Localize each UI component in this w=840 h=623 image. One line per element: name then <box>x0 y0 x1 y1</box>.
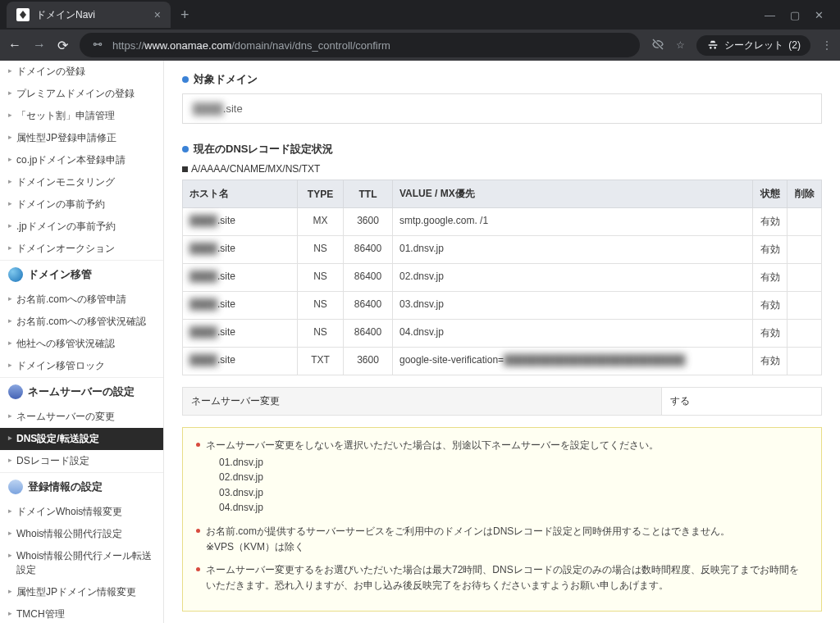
sidebar-item[interactable]: 「セット割」申請管理 <box>0 105 163 127</box>
globe-icon <box>8 267 23 282</box>
tab-title: ドメインNavi <box>36 8 95 22</box>
col-delete: 削除 <box>788 180 822 208</box>
eye-off-icon[interactable] <box>651 38 664 53</box>
tab-bar: ドメインNavi × + — ▢ ✕ <box>0 0 840 30</box>
tab-close-icon[interactable]: × <box>154 8 161 21</box>
note-icon <box>8 480 23 494</box>
notice-item: ネームサーバー変更をしないを選択いただいた場合は、別途以下ネームサーバーを設定し… <box>196 438 808 516</box>
notice-box: ネームサーバー変更をしないを選択いただいた場合は、別途以下ネームサーバーを設定し… <box>182 427 822 612</box>
sidebar-item[interactable]: TMCH管理 <box>0 603 163 623</box>
browser-tab[interactable]: ドメインNavi × <box>7 2 171 28</box>
sidebar-heading-nameserver: ネームサーバーの設定 <box>0 377 163 406</box>
url-text: https://www.onamae.com/domain/navi/dns_c… <box>112 39 390 52</box>
col-host: ホスト名 <box>183 180 298 208</box>
site-favicon <box>16 8 30 21</box>
window-controls: — ▢ ✕ <box>765 9 833 21</box>
target-domain-title: 対象ドメイン <box>182 72 822 87</box>
sidebar-item[interactable]: 属性型JPドメイン情報変更 <box>0 581 163 603</box>
sidebar-item[interactable]: お名前.comへの移管申請 <box>0 289 163 311</box>
dns-records-table: ホスト名 TYPE TTL VALUE / MX優先 状態 削除 ████.si… <box>182 180 822 375</box>
sidebar-item[interactable]: Whois情報公開代行メール転送設定 <box>0 545 163 581</box>
nameserver-change-row: ネームサーバー変更 する <box>182 387 822 416</box>
col-status: 状態 <box>753 180 788 208</box>
bookmark-star-icon[interactable]: ☆ <box>676 39 685 51</box>
ns-change-label: ネームサーバー変更 <box>183 388 662 415</box>
col-ttl: TTL <box>344 180 393 208</box>
notice-item: ネームサーバー変更するをお選びいただいた場合は最大72時間、DNSレコードの設定… <box>196 562 808 593</box>
browser-toolbar: ← → ⟳ https://www.onamae.com/domain/navi… <box>0 30 840 61</box>
reload-button[interactable]: ⟳ <box>57 38 68 53</box>
col-type: TYPE <box>298 180 344 208</box>
table-row: ████.siteNS8640004.dnsv.jp有効 <box>183 320 822 348</box>
sidebar-item[interactable]: ドメインオークション <box>0 238 163 260</box>
sidebar-item[interactable]: Whois情報公開代行設定 <box>0 523 163 545</box>
incognito-badge[interactable]: シークレット (2) <box>696 35 810 56</box>
sidebar-item[interactable]: .jpドメインの事前予約 <box>0 216 163 238</box>
dns-current-title: 現在のDNSレコード設定状況 <box>182 142 822 157</box>
sidebar-heading-transfer: ドメイン移管 <box>0 260 163 289</box>
maximize-icon[interactable]: ▢ <box>790 9 800 21</box>
table-row: ████.siteNS8640003.dnsv.jp有効 <box>183 292 822 320</box>
sidebar-item[interactable]: ドメインモニタリング <box>0 171 163 193</box>
ns-server-entry: 01.dnsv.jp <box>219 455 808 471</box>
close-window-icon[interactable]: ✕ <box>815 9 824 21</box>
sidebar-item[interactable]: ドメインの登録 <box>0 61 163 83</box>
gear-icon <box>8 384 23 399</box>
sidebar-item[interactable]: DSレコード設定 <box>0 450 163 472</box>
address-bar[interactable]: https://www.onamae.com/domain/navi/dns_c… <box>80 33 640 57</box>
ns-server-entry: 02.dnsv.jp <box>219 470 808 485</box>
table-row: ████.siteNS8640001.dnsv.jp有効 <box>183 236 822 264</box>
back-button[interactable]: ← <box>8 38 21 52</box>
target-domain-box: ████.site <box>182 93 822 124</box>
browser-menu-icon[interactable]: ⋮ <box>822 39 832 51</box>
sidebar: ドメインの登録プレミアムドメインの登録「セット割」申請管理属性型JP登録申請修正… <box>0 61 164 623</box>
sidebar-heading-registration: 登録情報の設定 <box>0 472 163 501</box>
sidebar-item[interactable]: 属性型JP登録申請修正 <box>0 127 163 149</box>
record-types-label: A/AAAA/CNAME/MX/NS/TXT <box>182 163 822 175</box>
sidebar-item[interactable]: ネームサーバーの変更 <box>0 406 163 428</box>
minimize-icon[interactable]: — <box>765 9 775 21</box>
notice-item: お名前.comが提供するサーバーサービスをご利用中のドメインはDNSレコード設定… <box>196 524 808 554</box>
table-row: ████.siteTXT3600google-site-verification… <box>183 348 822 375</box>
sidebar-item[interactable]: ドメインの事前予約 <box>0 193 163 216</box>
site-info-icon[interactable] <box>91 38 104 53</box>
forward-button[interactable]: → <box>33 38 46 52</box>
svg-point-1 <box>99 43 102 45</box>
ns-server-entry: 03.dnsv.jp <box>219 485 808 501</box>
sidebar-item[interactable]: ドメイン移管ロック <box>0 355 163 377</box>
ns-server-entry: 04.dnsv.jp <box>219 500 808 516</box>
table-row: ████.siteNS8640002.dnsv.jp有効 <box>183 264 822 292</box>
new-tab-button[interactable]: + <box>171 7 199 24</box>
sidebar-item[interactable]: DNS設定/転送設定 <box>0 428 163 450</box>
sidebar-item[interactable]: co.jpドメイン本登録申請 <box>0 149 163 171</box>
main-content: 対象ドメイン ████.site 現在のDNSレコード設定状況 A/AAAA/C… <box>164 61 840 623</box>
sidebar-item[interactable]: ドメインWhois情報変更 <box>0 501 163 523</box>
table-row: ████.siteMX3600smtp.google.com. /1有効 <box>183 208 822 236</box>
col-value: VALUE / MX優先 <box>393 180 753 208</box>
svg-point-0 <box>94 43 96 45</box>
sidebar-item[interactable]: プレミアムドメインの登録 <box>0 83 163 105</box>
sidebar-item[interactable]: お名前.comへの移管状況確認 <box>0 311 163 333</box>
sidebar-item[interactable]: 他社への移管状況確認 <box>0 333 163 355</box>
ns-change-value: する <box>662 388 822 415</box>
